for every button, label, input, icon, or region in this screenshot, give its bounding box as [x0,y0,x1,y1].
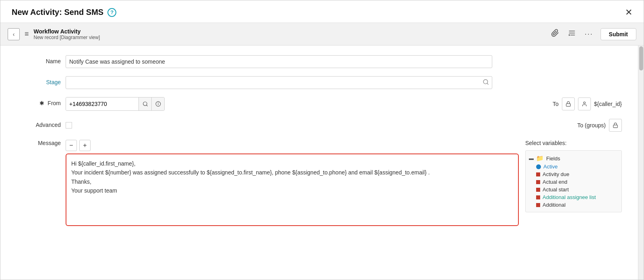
stage-label[interactable]: Stage [17,76,61,85]
to-groups-lock-button[interactable] [609,119,622,132]
modal-title-area: New Activity: Send SMS ? [12,8,116,17]
toolbar-strip: ‹ ≡ Workflow Activity New record [Diagra… [0,23,644,46]
active-dot [536,164,541,169]
svg-point-12 [583,102,585,104]
var-item-activity-due[interactable]: Activity due [536,170,618,178]
variables-title: Select variables: [525,140,622,146]
toolbar-subtitle: New record [Diagrammer view] [34,35,100,40]
more-button[interactable]: ··· [583,28,595,40]
var-label-active: Active [543,164,557,170]
var-items: Active Activity due Actu [529,163,618,209]
to-groups-label: To (groups) [577,122,606,129]
from-section [66,97,165,111]
form-area: Name Stage ✱ From [0,46,638,280]
svg-rect-13 [613,125,618,127]
actual-end-dot [536,180,540,184]
from-to-inner: To ${caller_id} [66,97,622,111]
to-label: To [553,101,559,107]
to-groups-section: To (groups) [577,119,622,132]
to-section: To ${caller_id} [553,97,622,110]
toolbar-left: ‹ ≡ Workflow Activity New record [Diagra… [8,28,100,40]
additional-assignee-dot [536,195,540,199]
from-label: ✱ From [17,97,61,106]
toolbar-title: Workflow Activity [34,28,100,35]
advanced-inner: To (groups) [66,119,622,132]
toolbar-info: Workflow Activity New record [Diagrammer… [34,28,100,40]
var-item-additional[interactable]: Additional [536,201,618,209]
var-item-additional-assignee[interactable]: Additional assignee list [536,193,618,201]
var-item-actual-start[interactable]: Actual start [536,186,618,193]
message-row: Message − + Hi ${caller_id.first_name}, … [17,140,622,227]
activity-due-dot [536,172,540,176]
variables-panel: Select variables: ▬ 📁 Fields [525,140,622,227]
message-plus-button[interactable]: + [79,140,91,151]
svg-rect-11 [566,104,570,106]
actual-start-dot [536,188,540,192]
scrollbar-track[interactable] [638,46,644,280]
toolbar-right: ··· Submit [549,27,636,41]
advanced-checkbox[interactable] [66,122,72,129]
name-row: Name [17,55,622,68]
submit-button[interactable]: Submit [601,28,636,40]
var-label-activity-due: Activity due [543,171,569,177]
main-content: Name Stage ✱ From [0,46,644,280]
fields-folder-label: Fields [546,156,560,162]
more-icon: ··· [585,30,593,38]
message-label: Message [38,140,61,146]
stage-search-icon[interactable] [483,79,489,87]
modal-title: New Activity: Send SMS [12,8,103,17]
from-input-wrap [66,97,165,111]
svg-line-7 [146,105,147,106]
name-input[interactable] [66,55,492,68]
message-minus-button[interactable]: − [66,140,77,151]
svg-line-5 [487,83,488,85]
var-label-additional-assignee: Additional assignee list [543,194,596,200]
message-controls: − + [66,140,519,151]
name-label: Name [17,55,61,64]
modal-overlay: New Activity: Send SMS ? ✕ ‹ ≡ Workflow … [0,0,644,280]
stage-input[interactable] [66,76,492,89]
var-item-actual-end[interactable]: Actual end [536,178,618,186]
folder-icon: 📁 [536,155,544,162]
scrollbar-thumb[interactable] [639,46,643,71]
help-icon[interactable]: ? [107,8,116,17]
close-icon[interactable]: ✕ [625,8,632,17]
var-label-additional: Additional [543,202,566,208]
stage-input-wrap [66,76,492,89]
folder-toggle-icon: ▬ [529,156,534,161]
from-to-row: ✱ From [17,97,622,111]
hamburger-icon[interactable]: ≡ [25,30,29,38]
attach-button[interactable] [549,27,561,41]
from-search-button[interactable] [138,97,151,110]
message-section: − + Hi ${caller_id.first_name}, Your inc… [66,140,622,227]
back-button[interactable]: ‹ [8,28,20,40]
var-label-actual-end: Actual end [543,179,567,185]
fields-folder[interactable]: ▬ 📁 Fields [529,154,618,163]
additional-dot [536,203,540,207]
stage-row: Stage [17,76,622,89]
from-info-button[interactable] [151,97,164,110]
required-star: ✱ [39,100,44,106]
from-phone-input[interactable] [66,97,138,110]
var-item-active[interactable]: Active [536,163,618,170]
settings-button[interactable] [566,27,578,41]
to-lock-button[interactable] [562,97,575,110]
advanced-row: Advanced To (groups) [17,119,622,132]
to-person-button[interactable] [578,97,591,110]
to-value: ${caller_id} [594,101,622,107]
modal-header: New Activity: Send SMS ? ✕ [0,0,644,23]
svg-point-3 [568,34,570,35]
message-textarea[interactable]: Hi ${caller_id.first_name}, Your inciden… [66,153,519,226]
advanced-label: Advanced [17,119,61,128]
message-left: − + Hi ${caller_id.first_name}, Your inc… [66,140,519,227]
var-label-actual-start: Actual start [543,187,569,193]
variables-tree: ▬ 📁 Fields Active [525,150,622,212]
